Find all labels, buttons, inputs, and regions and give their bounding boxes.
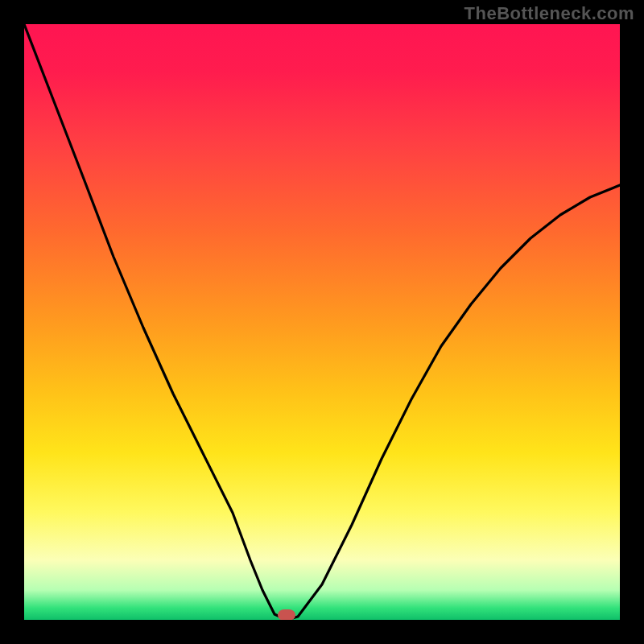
chart-frame: TheBottleneck.com bbox=[0, 0, 644, 644]
plot-area bbox=[24, 24, 620, 620]
curve-path bbox=[24, 24, 620, 620]
bottleneck-curve bbox=[24, 24, 620, 620]
optimum-marker bbox=[278, 609, 295, 620]
watermark-text: TheBottleneck.com bbox=[464, 3, 634, 24]
